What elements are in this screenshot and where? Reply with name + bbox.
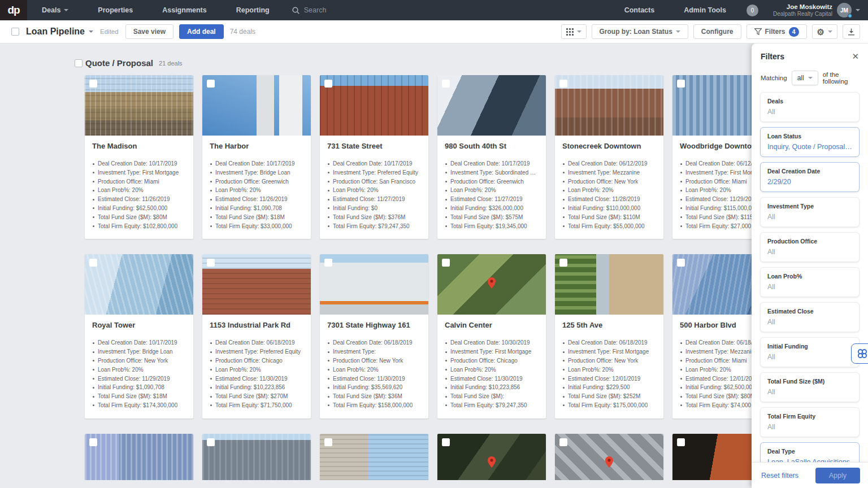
deal-select-checkbox[interactable] (207, 438, 215, 446)
deal-select-checkbox[interactable] (442, 438, 450, 446)
filter-card[interactable]: Investment Type All (760, 197, 860, 227)
search-input[interactable]: Search (292, 6, 327, 14)
save-view-button[interactable]: Save view (125, 24, 173, 39)
bullet-icon (680, 404, 682, 406)
nav-item-reporting[interactable]: Reporting (222, 0, 284, 20)
deal-card[interactable]: 980 South 40th St Deal Creation Date: 10… (437, 75, 546, 239)
deal-card[interactable]: Royal Tower Deal Creation Date: 10/17/20… (85, 254, 193, 418)
download-button[interactable] (843, 24, 860, 39)
group-by-button[interactable]: Group by: Loan Status (592, 24, 688, 39)
filter-card[interactable]: Production Office All (760, 232, 860, 262)
deal-attribute: Total Firm Equity: $174,300,000 (92, 401, 186, 410)
deal-card[interactable] (202, 434, 311, 480)
matching-select[interactable]: all (792, 71, 818, 85)
filter-label: Estimated Close (767, 308, 852, 315)
reset-filters-link[interactable]: Reset filters (761, 472, 798, 480)
deal-title: The Madison (92, 142, 186, 150)
deal-card[interactable]: Calvin Center Deal Creation Date: 10/30/… (437, 254, 546, 418)
deal-select-checkbox[interactable] (89, 438, 97, 446)
deal-select-checkbox[interactable] (677, 80, 685, 88)
deal-attribute: Production Office: Greenwich (445, 177, 539, 186)
deal-select-checkbox[interactable] (324, 438, 332, 446)
filter-card[interactable]: Deal Creation Date 2/29/20 (760, 162, 860, 192)
dealpath-logo[interactable]: dp (0, 0, 27, 20)
deal-attribute: Initial Funding: $10,223,856 (445, 383, 539, 392)
deal-select-checkbox[interactable] (89, 259, 97, 267)
deal-select-checkbox[interactable] (207, 80, 215, 88)
deal-attribute: Initial Funding: $110,000,000 (562, 204, 656, 213)
deal-attribute: Loan Prob%: 20% (562, 365, 656, 374)
bullet-icon (680, 360, 682, 361)
nav-item-properties[interactable]: Properties (83, 0, 147, 20)
bullet-icon (93, 190, 94, 191)
bullet-icon (445, 396, 447, 398)
deal-attribute: Estimated Close: 11/30/2019 (210, 374, 303, 384)
deal-card[interactable]: 1153 Industrial Park Rd Deal Creation Da… (202, 254, 311, 418)
bullet-icon (563, 207, 565, 209)
deal-attribute: Deal Creation Date: 10/17/2019 (327, 159, 421, 168)
apply-filters-button[interactable]: Apply (815, 468, 860, 483)
nav-item-admin-tools[interactable]: Admin Tools (669, 0, 741, 20)
deal-card[interactable]: Stonecreek Downtown Deal Creation Date: … (555, 75, 663, 239)
filters-button[interactable]: Filters 4 (747, 24, 807, 39)
help-widget-button[interactable] (851, 343, 868, 364)
filter-card[interactable]: Loan Status Inquiry, Quote / Proposal, T… (760, 127, 860, 157)
deal-card[interactable]: 731 State Street Deal Creation Date: 10/… (320, 75, 428, 239)
bullet-icon (563, 396, 565, 398)
deal-attribute: Loan Prob%: 20% (210, 186, 303, 195)
edited-label: Edited (100, 28, 119, 35)
deal-card[interactable]: The Harbor Deal Creation Date: 10/17/201… (202, 75, 311, 239)
deal-select-checkbox[interactable] (559, 259, 567, 267)
deal-attribute: Estimated Close: 11/27/2019 (327, 195, 421, 204)
deal-attribute: Investment Type: Preferred Equity (327, 168, 421, 177)
deal-card[interactable] (555, 434, 663, 480)
deal-select-checkbox[interactable] (324, 80, 332, 88)
select-all-checkbox[interactable] (11, 28, 19, 36)
deal-count: 74 deals (230, 28, 255, 36)
add-deal-button[interactable]: Add deal (179, 24, 224, 39)
close-icon[interactable]: ✕ (852, 51, 859, 62)
configure-button[interactable]: Configure (693, 24, 741, 39)
deal-card[interactable]: 7301 State Highway 161 Deal Creation Dat… (320, 254, 428, 418)
filter-card[interactable]: Estimated Close All (760, 302, 860, 332)
avatar[interactable]: JM (837, 3, 852, 18)
deal-select-checkbox[interactable] (89, 80, 97, 88)
group-select-checkbox[interactable] (75, 59, 83, 67)
deal-card[interactable]: The Madison Deal Creation Date: 10/17/20… (85, 75, 193, 239)
bullet-icon (328, 163, 329, 165)
settings-button[interactable]: ⚙ (812, 24, 837, 39)
filter-card[interactable]: Total Firm Equity All (760, 407, 860, 437)
deal-select-checkbox[interactable] (677, 259, 685, 267)
chevron-down-icon[interactable] (856, 9, 860, 11)
deal-attribute: Investment Type: First Mortgage (445, 347, 539, 356)
deal-attribute: Total Firm Equity: $102,800,000 (92, 222, 186, 231)
filters-count-badge: 4 (789, 27, 799, 37)
deal-select-checkbox[interactable] (442, 259, 450, 267)
deal-card[interactable] (85, 434, 193, 480)
filter-card[interactable]: Loan Prob% All (760, 267, 860, 297)
deal-select-checkbox[interactable] (559, 438, 567, 446)
deal-attribute: Total Firm Equity: $175,000,000 (562, 401, 656, 410)
board-scroll-area[interactable]: Quote / Proposal 21 deals The Madison De… (0, 43, 868, 480)
deal-select-checkbox[interactable] (559, 80, 567, 88)
deal-photo (555, 434, 663, 480)
chevron-down-icon[interactable] (89, 30, 93, 33)
nav-item-assignments[interactable]: Assignments (147, 0, 222, 20)
nav-item-contacts[interactable]: Contacts (610, 0, 669, 20)
deal-select-checkbox[interactable] (207, 259, 215, 267)
deal-card[interactable]: 125 5th Ave Deal Creation Date: 06/18/20… (555, 254, 663, 418)
nav-item-deals[interactable]: Deals (27, 0, 83, 20)
filter-card[interactable]: Initial Funding All (760, 337, 860, 367)
deal-photo (320, 434, 428, 480)
deal-title: 980 South 40th St (445, 142, 539, 150)
deal-select-checkbox[interactable] (677, 438, 685, 446)
deal-card[interactable] (320, 434, 428, 480)
filter-card[interactable]: Deals All (760, 92, 860, 122)
notification-badge[interactable]: 0 (747, 5, 758, 16)
deal-select-checkbox[interactable] (442, 80, 450, 88)
deal-attribute: Deal Creation Date: 06/18/2019 (562, 338, 656, 347)
deal-select-checkbox[interactable] (324, 259, 332, 267)
view-mode-button[interactable] (561, 24, 587, 39)
filter-card[interactable]: Total Fund Size ($M) All (760, 372, 860, 402)
deal-card[interactable] (437, 434, 546, 480)
